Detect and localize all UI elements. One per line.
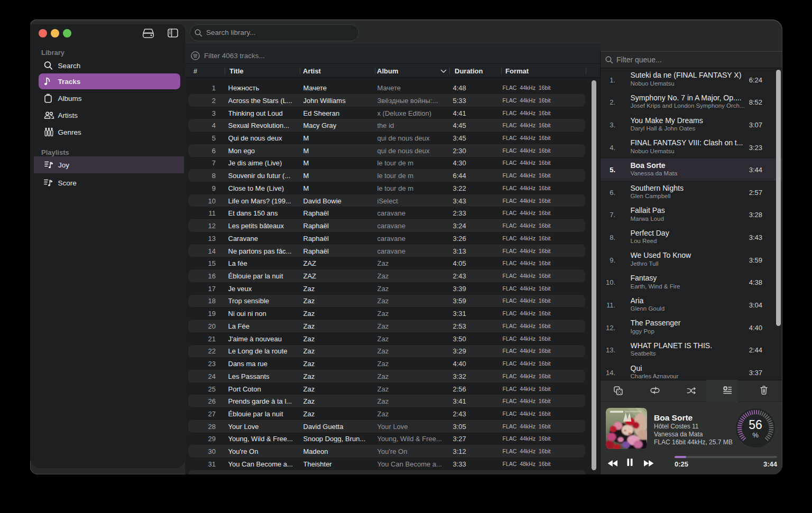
svg-text:56: 56 bbox=[749, 418, 762, 432]
svg-text:%: % bbox=[752, 431, 759, 439]
